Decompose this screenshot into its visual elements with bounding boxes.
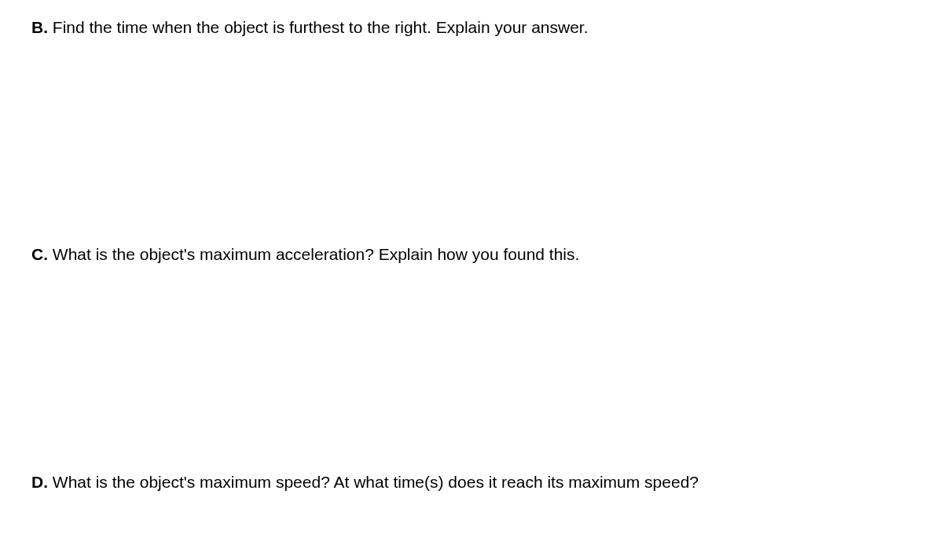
question-text: C. What is the object's maximum accelera… [31, 243, 912, 265]
question-text: B. Find the time when the object is furt… [31, 16, 912, 38]
question-content: What is the object's maximum speed? At w… [53, 473, 699, 491]
question-content: What is the object's maximum acceleratio… [53, 245, 580, 263]
question-d: D. What is the object's maximum speed? A… [31, 470, 912, 493]
question-label: C. [31, 245, 48, 263]
question-text: D. What is the object's maximum speed? A… [31, 470, 912, 493]
question-c: C. What is the object's maximum accelera… [31, 243, 912, 265]
question-label: B. [31, 18, 48, 36]
question-b: B. Find the time when the object is furt… [31, 16, 912, 38]
question-content: Find the time when the object is furthes… [53, 18, 589, 36]
question-label: D. [31, 473, 48, 491]
